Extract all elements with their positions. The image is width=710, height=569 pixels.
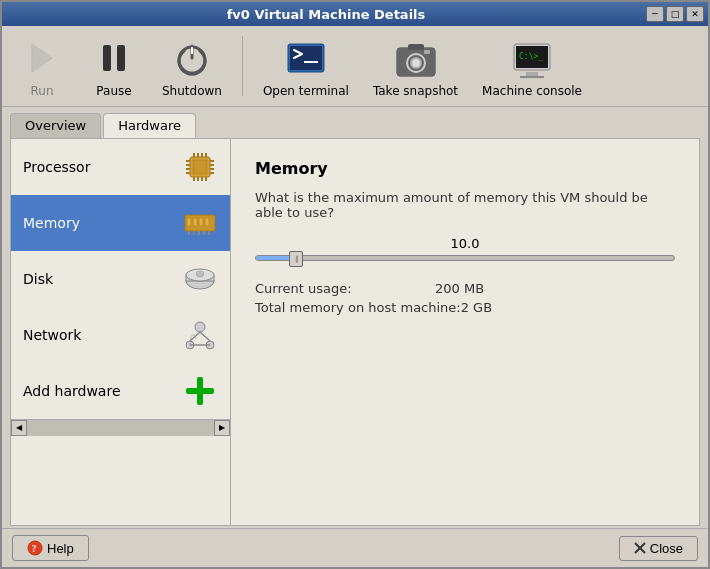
tabs-bar: Overview Hardware <box>2 107 708 138</box>
run-icon <box>18 34 66 82</box>
svg-text:C:\>_: C:\>_ <box>519 52 543 61</box>
slider-fill <box>256 256 289 260</box>
svg-rect-11 <box>408 44 424 50</box>
run-button[interactable]: Run <box>10 30 74 102</box>
sidebar-item-add-hardware-label: Add hardware <box>23 383 121 399</box>
scroll-right-arrow[interactable]: ▶ <box>214 420 230 436</box>
current-usage-value: 200 MB <box>435 281 484 296</box>
close-button[interactable]: ✕ <box>686 6 704 22</box>
machine-console-button[interactable]: C:\>_ Machine console <box>474 30 590 102</box>
scroll-track <box>27 420 214 436</box>
panel-title: Memory <box>255 159 675 178</box>
machine-console-label: Machine console <box>482 84 582 98</box>
memory-icon <box>182 205 218 241</box>
sidebar-item-network[interactable]: Network <box>11 307 230 363</box>
svg-rect-1 <box>103 45 111 71</box>
run-label: Run <box>30 84 53 98</box>
tab-hardware[interactable]: Hardware <box>103 113 196 138</box>
svg-rect-60 <box>186 388 214 394</box>
open-terminal-label: Open terminal <box>263 84 349 98</box>
svg-rect-19 <box>520 76 544 78</box>
svg-line-56 <box>190 332 200 341</box>
total-memory-label: Total memory on host machine: <box>255 300 461 315</box>
shutdown-label: Shutdown <box>162 84 222 98</box>
take-snapshot-label: Take snapshot <box>373 84 458 98</box>
console-icon: C:\>_ <box>508 34 556 82</box>
total-memory-row: Total memory on host machine: 2 GB <box>255 300 675 315</box>
sidebar-item-processor[interactable]: Processor <box>11 139 230 195</box>
take-snapshot-button[interactable]: Take snapshot <box>365 30 466 102</box>
slider-thumb[interactable] <box>289 251 303 267</box>
disk-icon <box>182 261 218 297</box>
memory-slider-container: 10.0 <box>255 236 675 261</box>
add-hardware-icon <box>182 373 218 409</box>
sidebar-item-disk[interactable]: Disk <box>11 251 230 307</box>
svg-point-53 <box>195 322 205 332</box>
svg-line-57 <box>200 332 210 341</box>
tab-overview[interactable]: Overview <box>10 113 101 138</box>
pause-button[interactable]: Pause <box>82 30 146 102</box>
svg-rect-22 <box>193 160 207 174</box>
processor-icon <box>182 149 218 185</box>
sidebar-item-add-hardware[interactable]: Add hardware <box>11 363 230 419</box>
pause-label: Pause <box>96 84 131 98</box>
svg-rect-43 <box>205 218 209 226</box>
slider-track <box>255 255 675 261</box>
window-title: fv0 Virtual Machine Details <box>6 7 646 22</box>
close-icon <box>634 542 646 554</box>
sidebar-item-memory[interactable]: Memory <box>11 195 230 251</box>
maximize-button[interactable]: □ <box>666 6 684 22</box>
sidebar-item-processor-label: Processor <box>23 159 90 175</box>
help-icon: ? <box>27 540 43 556</box>
open-terminal-button[interactable]: Open terminal <box>255 30 357 102</box>
sidebar-scrollbar: ◀ ▶ <box>11 419 230 435</box>
panel-description: What is the maximum amount of memory thi… <box>255 190 675 220</box>
toolbar: Run Pause Shutdown <box>2 26 708 107</box>
svg-rect-41 <box>193 218 197 226</box>
sidebar-item-memory-label: Memory <box>23 215 80 231</box>
scroll-left-arrow[interactable]: ◀ <box>11 420 27 436</box>
slider-value: 10.0 <box>255 236 675 251</box>
slider-wrap <box>255 255 675 261</box>
help-button[interactable]: ? Help <box>12 535 89 561</box>
content-area: Processor <box>10 138 700 526</box>
sidebar: Processor <box>11 139 231 525</box>
svg-marker-0 <box>32 44 52 72</box>
snapshot-icon <box>392 34 440 82</box>
current-usage-row: Current usage: 200 MB <box>255 281 675 296</box>
svg-rect-15 <box>424 50 430 54</box>
current-usage-label: Current usage: <box>255 281 435 296</box>
main-window: fv0 Virtual Machine Details ─ □ ✕ Run <box>0 0 710 569</box>
sidebar-item-disk-label: Disk <box>23 271 53 287</box>
minimize-button[interactable]: ─ <box>646 6 664 22</box>
help-label: Help <box>47 541 74 556</box>
svg-text:?: ? <box>32 543 37 554</box>
terminal-icon <box>282 34 330 82</box>
window-controls: ─ □ ✕ <box>646 6 704 22</box>
shutdown-icon <box>168 34 216 82</box>
svg-point-52 <box>196 271 204 277</box>
svg-rect-2 <box>117 45 125 71</box>
close-label: Close <box>650 541 683 556</box>
close-dialog-button[interactable]: Close <box>619 536 698 561</box>
svg-rect-42 <box>199 218 203 226</box>
svg-rect-18 <box>526 72 538 76</box>
pause-icon <box>90 34 138 82</box>
memory-panel: Memory What is the maximum amount of mem… <box>231 139 699 525</box>
network-icon <box>182 317 218 353</box>
shutdown-button[interactable]: Shutdown <box>154 30 230 102</box>
svg-point-14 <box>412 59 420 67</box>
svg-rect-40 <box>187 218 191 226</box>
total-memory-value: 2 GB <box>461 300 492 315</box>
sidebar-item-network-label: Network <box>23 327 81 343</box>
toolbar-separator <box>242 36 243 96</box>
bottom-bar: ? Help Close <box>2 528 708 567</box>
titlebar: fv0 Virtual Machine Details ─ □ ✕ <box>2 2 708 26</box>
